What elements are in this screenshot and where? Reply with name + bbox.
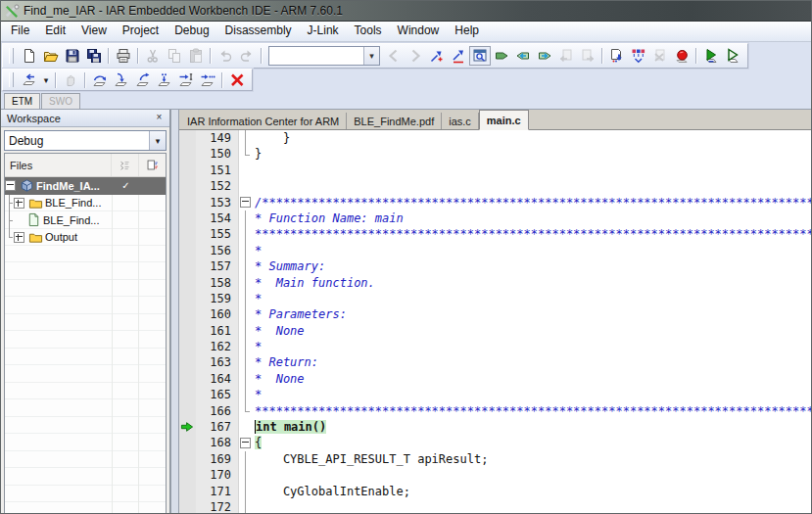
collapse-icon[interactable] (5, 180, 16, 191)
breakpoint-margin[interactable] (179, 258, 196, 274)
code-line-151[interactable]: 151 (179, 163, 811, 178)
toolbar-grip[interactable] (9, 48, 14, 65)
breakpoint-margin[interactable] (179, 354, 196, 370)
code-line-165[interactable]: 165* (179, 387, 811, 402)
code-line-150[interactable]: 150} (179, 146, 811, 162)
code-line-160[interactable]: 160* Parameters: (179, 306, 811, 322)
fold-margin[interactable] (239, 435, 252, 450)
breakpoint-margin[interactable] (179, 130, 196, 146)
step-over-icon[interactable] (89, 70, 111, 90)
breakpoint-margin[interactable] (179, 499, 196, 514)
trace-tab-etm[interactable]: ETM (4, 93, 40, 109)
code-line-149[interactable]: 149 } (179, 130, 811, 146)
navigate-forward-icon[interactable] (534, 46, 555, 66)
configuration-combobox[interactable]: Debug ▾ (4, 130, 167, 151)
code-line-163[interactable]: 163* Return: (179, 354, 811, 370)
editor-tab-main-c[interactable]: main.c (479, 110, 529, 130)
breakpoint-margin[interactable] (179, 226, 196, 242)
browse-back-icon[interactable] (555, 46, 577, 66)
chevron-down-icon[interactable]: ▾ (363, 47, 379, 65)
redo-icon[interactable] (236, 46, 258, 66)
find-in-files-icon[interactable] (469, 46, 491, 66)
go-to-icon[interactable] (491, 46, 512, 66)
code-line-157[interactable]: 157* Summary: (179, 258, 811, 274)
stop-debug-icon[interactable] (226, 70, 248, 90)
code-line-156[interactable]: 156* (179, 243, 811, 258)
breakpoint-margin[interactable] (179, 371, 196, 387)
code-line-162[interactable]: 162* (179, 339, 811, 354)
breakpoint-margin[interactable] (179, 195, 196, 210)
paste-icon[interactable] (185, 46, 207, 66)
editor-tab-ias-c[interactable]: ias.c (442, 113, 479, 129)
navigate-back-icon[interactable] (512, 46, 534, 66)
editor-tab-ble-findme-pdf[interactable]: BLE_FindMe.pdf (347, 113, 442, 129)
compile-icon[interactable] (628, 46, 649, 66)
breakpoint-margin[interactable] (179, 451, 196, 467)
code-line-155[interactable]: 155*************************************… (179, 226, 811, 242)
goto-next-icon[interactable] (405, 46, 426, 66)
goto-previous-icon[interactable] (383, 46, 405, 66)
tree-item-ble-find[interactable]: BLE_Find... (5, 195, 166, 212)
code-line-159[interactable]: 159* (179, 291, 811, 306)
cut-icon[interactable] (142, 46, 164, 66)
new-document-icon[interactable] (19, 46, 40, 66)
code-line-170[interactable]: 170 (179, 467, 811, 483)
breakpoint-margin[interactable] (179, 243, 196, 258)
menu-window[interactable]: Window (390, 22, 448, 41)
collapse-icon[interactable] (240, 197, 251, 208)
code-area[interactable]: 149 }150}151152153/*********************… (179, 130, 811, 514)
breakpoint-margin[interactable] (179, 306, 196, 322)
breakpoint-margin[interactable] (179, 146, 196, 162)
code-line-171[interactable]: 171 CyGlobalIntEnable; (179, 484, 811, 499)
output-column-icon[interactable] (138, 154, 166, 176)
option-column-icon[interactable] (111, 154, 138, 176)
debug-without-download-icon[interactable] (722, 46, 743, 66)
menu-file[interactable]: File (3, 22, 37, 41)
toolbar-grip[interactable] (9, 72, 14, 87)
reset-icon[interactable] (19, 70, 40, 90)
code-line-167[interactable]: 167int main() (179, 419, 811, 435)
code-line-166[interactable]: 166*************************************… (179, 403, 811, 419)
next-statement-icon[interactable] (154, 70, 175, 90)
breakpoint-margin[interactable] (179, 323, 196, 339)
breakpoint-margin[interactable] (179, 291, 196, 306)
breakpoint-margin[interactable] (179, 339, 196, 354)
run-to-cursor-icon[interactable] (175, 70, 197, 90)
breakpoint-margin[interactable] (179, 467, 196, 483)
stop-build-icon[interactable] (649, 46, 671, 66)
breakpoint-margin[interactable] (179, 163, 196, 178)
toggle-bookmark-icon[interactable] (426, 46, 448, 66)
close-icon[interactable]: × (152, 111, 167, 125)
panel-splitter[interactable] (170, 110, 179, 514)
breakpoint-margin[interactable] (179, 403, 196, 419)
tree-item-output[interactable]: Output (5, 229, 166, 247)
menu-tools[interactable]: Tools (347, 22, 390, 41)
breakpoint-margin[interactable] (179, 178, 196, 194)
menu-disassembly[interactable]: Disassembly (217, 22, 300, 41)
chevron-down-icon[interactable]: ▾ (149, 131, 166, 150)
breakpoint-margin[interactable] (179, 275, 196, 291)
expand-icon[interactable] (14, 198, 24, 209)
print-icon[interactable] (113, 46, 134, 66)
code-line-172[interactable]: 172 (179, 499, 811, 514)
code-line-161[interactable]: 161* None (179, 323, 811, 339)
menu-edit[interactable]: Edit (37, 22, 73, 41)
menu-jlink[interactable]: J-Link (300, 22, 347, 41)
undo-icon[interactable] (215, 46, 236, 66)
menu-help[interactable]: Help (447, 22, 487, 41)
breakpoint-margin[interactable] (179, 210, 196, 226)
breakpoint-margin[interactable] (179, 484, 196, 499)
editor-tab-iar-information-center-for-arm[interactable]: IAR Information Center for ARM (180, 113, 347, 129)
code-line-169[interactable]: 169 CYBLE_API_RESULT_T apiResult; (179, 451, 811, 467)
quick-search-combobox[interactable]: ▾ (268, 46, 380, 66)
save-icon[interactable] (62, 46, 83, 66)
break-icon[interactable] (60, 70, 81, 90)
next-bookmark-icon[interactable] (448, 46, 469, 66)
breakpoint-margin[interactable] (179, 435, 196, 450)
current-statement-arrow-icon[interactable] (179, 419, 196, 435)
code-line-153[interactable]: 153/************************************… (179, 195, 811, 210)
save-all-icon[interactable] (83, 46, 105, 66)
download-debug-icon[interactable] (700, 46, 722, 66)
tree-item-ble-find[interactable]: BLE_Find... (5, 211, 166, 229)
menu-view[interactable]: View (73, 22, 115, 41)
